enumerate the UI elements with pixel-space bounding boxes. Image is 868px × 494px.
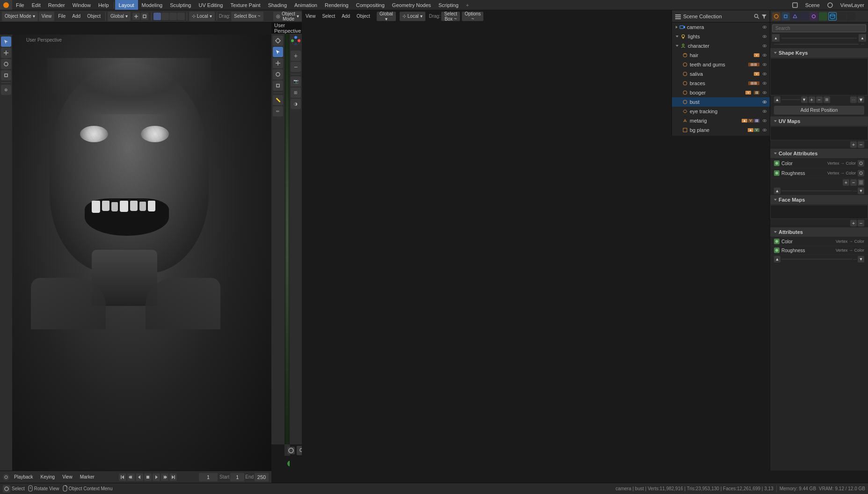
play-back-btn[interactable] — [136, 473, 143, 481]
end-input[interactable]: 250 — [255, 473, 269, 481]
shape-remove-btn[interactable]: − — [816, 96, 823, 103]
move-tool[interactable] — [1, 48, 11, 58]
shape-down-btn[interactable]: ▼ — [801, 96, 808, 103]
workspace-uv[interactable]: UV Editing — [195, 0, 226, 10]
workspace-sculpting[interactable]: Sculpting — [166, 0, 195, 10]
view-layer-icon[interactable] — [824, 2, 837, 8]
r-annotate-tool[interactable]: ✏ — [273, 106, 283, 116]
shape-down2-btn[interactable]: ▼ — [858, 96, 864, 103]
search-icon[interactable] — [754, 14, 759, 19]
color-attrs-header[interactable]: Color Attributes — [770, 149, 868, 159]
options-btn[interactable]: Options ~ — [462, 12, 483, 21]
attr-up-btn[interactable]: ▲ — [774, 256, 780, 262]
shape-more-btn[interactable]: ··· — [850, 96, 857, 103]
global-btn[interactable]: Global ▾ — [108, 12, 131, 21]
play-fwd-btn[interactable] — [153, 473, 160, 481]
ca-up-btn[interactable]: ▲ — [774, 188, 780, 194]
keying-btn[interactable]: Keying — [38, 472, 58, 482]
left-viewport-content[interactable]: ⊕ — [0, 35, 271, 471]
char-eye[interactable] — [762, 44, 767, 48]
frame-input[interactable]: 1 — [199, 473, 218, 481]
menu-edit[interactable]: Edit — [28, 0, 44, 10]
menu-help[interactable]: Help — [95, 0, 113, 10]
attributes-header[interactable]: Attributes — [770, 227, 868, 237]
shape-keys-header[interactable]: Shape Keys — [770, 48, 868, 58]
select-btn[interactable]: File — [55, 12, 68, 21]
outliner-item-metarig[interactable]: metarig ▲ V ▤ — [672, 116, 770, 125]
eye-track-eye[interactable] — [762, 109, 767, 114]
right-object-btn[interactable]: Object — [354, 12, 373, 21]
shape-menu-btn[interactable] — [824, 96, 830, 103]
right-select-btn[interactable]: Select — [319, 12, 338, 21]
node-icon-1[interactable] — [287, 447, 295, 454]
gizmo[interactable] — [291, 36, 301, 46]
breadcrumb-dot[interactable] — [287, 461, 290, 466]
bust-eye[interactable] — [762, 100, 767, 104]
start-input[interactable]: 1 — [230, 473, 244, 481]
r-cursor-tool[interactable] — [273, 36, 283, 46]
scale-tool[interactable] — [1, 70, 11, 80]
uv-add-btn[interactable]: + — [850, 141, 857, 148]
marker-btn[interactable]: Marker — [77, 472, 97, 482]
fm-add-btn[interactable]: + — [850, 220, 857, 226]
workspace-compositing[interactable]: Compositing — [352, 0, 388, 10]
teeth-eye[interactable] — [762, 62, 767, 67]
prop-render-icon[interactable] — [772, 12, 780, 21]
menu-render[interactable]: Render — [44, 0, 69, 10]
prop-object-icon[interactable] — [810, 12, 818, 21]
prop-scene-icon[interactable] — [791, 12, 799, 21]
cursor-tool[interactable] — [1, 36, 11, 47]
ca-down-btn[interactable]: ▼ — [858, 188, 864, 194]
metarig-eye[interactable] — [762, 118, 767, 123]
app-menu-icon[interactable] — [0, 0, 12, 10]
solid-mode-icon[interactable] — [153, 13, 161, 20]
outliner-item-hair[interactable]: hair V — [672, 51, 770, 60]
bgplane-eye[interactable] — [762, 128, 767, 132]
props-search-input[interactable] — [772, 24, 866, 32]
outliner-item-saliva[interactable]: saliva V — [672, 69, 770, 79]
workspace-layout[interactable]: Layout — [115, 0, 138, 10]
outliner-item-teeth[interactable]: teeth and gums ▤▤ — [672, 60, 770, 69]
outliner-item-booger[interactable]: booger V ▤ — [672, 88, 770, 97]
select-hint-icon[interactable] — [3, 485, 10, 493]
node-object-btn[interactable]: Object — [297, 446, 302, 455]
workspace-scripting[interactable]: Scripting — [435, 0, 462, 10]
color-attr-settings-btn[interactable] — [858, 160, 864, 167]
prop-material-icon[interactable] — [838, 12, 846, 21]
transform-icon-1[interactable] — [132, 13, 140, 20]
transform-icon-2[interactable] — [141, 13, 148, 20]
step-back-btn[interactable] — [127, 473, 135, 481]
right-render-area[interactable] — [284, 34, 290, 444]
rotate-tool[interactable] — [1, 59, 11, 69]
filter-icon[interactable] — [761, 14, 767, 19]
timeline-icon[interactable] — [3, 474, 9, 480]
prop-data-icon[interactable] — [828, 12, 837, 21]
wireframe-mode-icon[interactable] — [161, 13, 169, 20]
shape-up-btn[interactable]: ▲ — [774, 96, 780, 103]
right-orientation-btn[interactable]: ⊹ Local ▾ — [400, 12, 425, 21]
ca-remove-btn[interactable]: − — [850, 179, 857, 186]
grid-icon[interactable]: ⊞ — [291, 87, 301, 98]
add-btn[interactable]: Add — [69, 12, 83, 21]
right-add-btn[interactable]: Add — [339, 12, 353, 21]
transform-tool[interactable]: ⊕ — [1, 85, 11, 95]
select-box-btn[interactable]: Select Box ~ — [231, 12, 263, 21]
r-measure-tool[interactable]: 📏 — [273, 95, 283, 105]
uv-remove-btn[interactable]: − — [858, 141, 864, 148]
booger-eye[interactable] — [762, 90, 767, 95]
zoom-out-btn[interactable]: − — [291, 62, 301, 72]
r-select-tool[interactable] — [273, 47, 283, 57]
roughness-attr-settings-btn[interactable] — [858, 170, 864, 176]
workspace-shading[interactable]: Shading — [264, 0, 291, 10]
jump-end-btn[interactable] — [169, 473, 177, 481]
shape-add-btn[interactable]: + — [809, 96, 815, 103]
workspace-rendering[interactable]: Rendering — [321, 0, 352, 10]
saliva-eye[interactable] — [762, 72, 767, 76]
scene-icon[interactable] — [788, 2, 802, 8]
attr-down-btn[interactable]: ▼ — [858, 256, 864, 262]
workspace-animation[interactable]: Animation — [291, 0, 321, 10]
overlay-icon[interactable]: ◑ — [291, 99, 301, 109]
outliner-item-braces[interactable]: braces ▤▤ — [672, 79, 770, 88]
hair-eye[interactable] — [762, 53, 767, 58]
menu-file[interactable]: File — [12, 0, 28, 10]
